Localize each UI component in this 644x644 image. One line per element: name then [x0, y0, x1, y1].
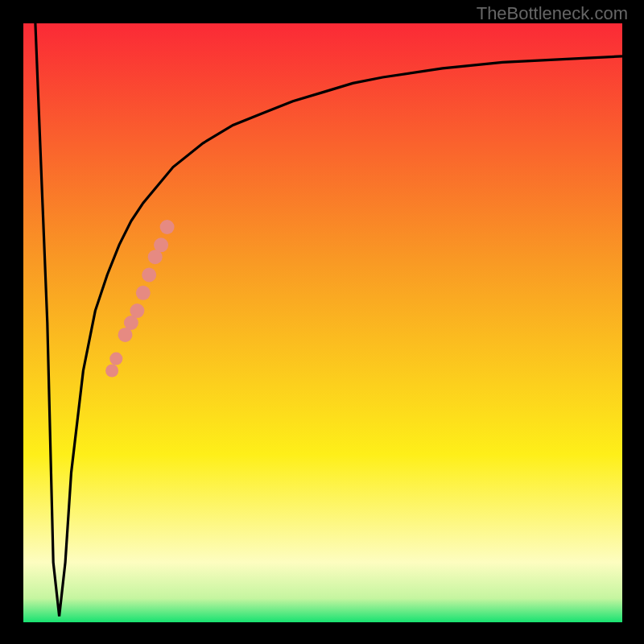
marker-dot — [142, 268, 156, 283]
chart-svg — [23, 23, 622, 622]
marker-dot — [130, 303, 144, 318]
marker-dot — [154, 237, 168, 252]
marker-dot — [160, 220, 175, 234]
marker-dot — [136, 286, 151, 300]
gradient-background — [23, 23, 622, 622]
marker-dot — [109, 353, 122, 365]
marker-dot — [105, 365, 118, 378]
watermark-text: TheBottleneck.com — [477, 3, 628, 24]
plot-frame — [23, 23, 621, 621]
